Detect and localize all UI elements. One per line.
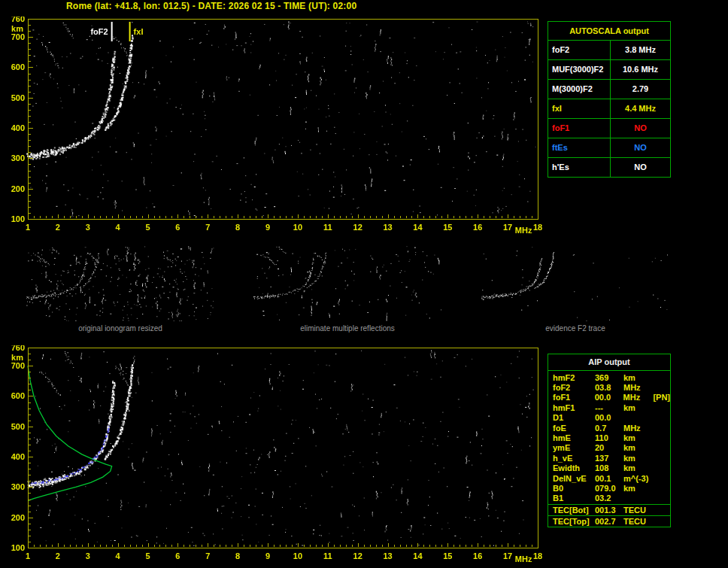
param-label: h'Es	[548, 158, 611, 177]
param-value: 00.1	[595, 474, 623, 483]
param-unit: km	[623, 403, 654, 412]
thumbnail-evidence-f2-trace	[481, 246, 669, 321]
param-value: 369	[595, 373, 623, 382]
param-value: 20	[595, 443, 623, 452]
param-label: TEC[Bot]	[553, 506, 595, 515]
param-value: 00.0	[595, 413, 623, 422]
param-value: NO	[611, 119, 670, 138]
param-label: hmF2	[553, 373, 595, 382]
table-row: ymE 20 km	[553, 443, 670, 453]
param-value: 002.7	[595, 517, 623, 526]
param-label: M(3000)F2	[548, 80, 611, 99]
param-unit: MHz	[623, 383, 654, 392]
table-row: D1 00.0	[553, 413, 670, 423]
table-row: foF2 3.8 MHz	[548, 41, 670, 60]
param-unit: TECU	[623, 517, 654, 526]
param-label: DelN_vE	[553, 474, 595, 483]
param-value: 110	[595, 433, 623, 442]
param-unit: km	[623, 373, 654, 382]
param-unit: km	[623, 433, 654, 442]
table-row: foF1 NO	[548, 119, 670, 138]
aip-output-table: AIP output hmF2 369 km foF2 03.8 MHz foF…	[548, 354, 671, 527]
param-label: B1	[553, 494, 595, 503]
param-label: TEC[Top]	[553, 517, 595, 526]
param-unit: km	[623, 443, 654, 452]
page-title: Rome (lat: +41.8, lon: 012.5) - DATE: 20…	[66, 1, 356, 11]
table-row: B1 03.2	[553, 494, 670, 503]
param-value: 03.2	[595, 494, 623, 503]
thumbnail-eliminate-reflections	[253, 246, 441, 321]
param-value: 0.7	[595, 424, 623, 433]
param-value: 001.3	[595, 506, 623, 515]
tec-bottom-row: TEC[Bot] 001.3 TECU	[548, 504, 670, 515]
param-value: 137	[595, 454, 623, 463]
aip-table-title: AIP output	[548, 354, 670, 371]
thumbnail-original-ionogram	[26, 246, 214, 321]
param-label: ftEs	[548, 138, 611, 157]
param-label: ymE	[553, 443, 595, 452]
table-row: hmE 110 km	[553, 433, 670, 442]
param-label: foF1	[548, 119, 611, 138]
table-row: foF2 03.8 MHz	[553, 382, 670, 392]
autoscala-table-title: AUTOSCALA output	[548, 22, 670, 41]
aip-table-body: hmF2 369 km foF2 03.8 MHz foF1 00.0 MHz …	[548, 371, 670, 504]
param-unit: MHz	[623, 424, 654, 433]
thumbnail-caption: evidence F2 trace	[481, 324, 669, 333]
tec-top-row: TEC[Top] 002.7 TECU	[548, 515, 670, 527]
thumbnail-caption: original ionogram resized	[26, 324, 214, 333]
thumbnail-caption: eliminate multiple reflections	[253, 324, 441, 333]
param-label: foF1	[553, 393, 595, 402]
param-value: NO	[611, 158, 670, 177]
table-row: h_vE 137 km	[553, 453, 670, 463]
param-note: [PN]	[653, 393, 670, 402]
param-value: 00.0	[595, 393, 623, 402]
autoscala-output-table: AUTOSCALA output foF2 3.8 MHz MUF(3000)F…	[548, 21, 671, 178]
param-value: 10.6 MHz	[611, 60, 670, 79]
param-label: hmE	[553, 433, 595, 442]
param-unit: m^(-3)	[623, 474, 654, 483]
param-unit: TECU	[623, 506, 654, 515]
top-ionogram-canvas	[0, 17, 544, 239]
table-row: hmF1 --- km	[553, 402, 670, 412]
table-row: DelN_vE 00.1 m^(-3)	[553, 473, 670, 483]
param-value: 079.0	[595, 484, 623, 493]
param-label: foF2	[548, 41, 611, 59]
param-value: ---	[595, 403, 623, 412]
table-row: M(3000)F2 2.79	[548, 80, 670, 99]
table-row: ftEs NO	[548, 138, 670, 158]
param-label: foE	[553, 424, 595, 433]
param-label: MUF(3000)F2	[548, 60, 611, 79]
table-row: foF1 00.0 MHz [PN]	[553, 393, 670, 402]
table-row: foE 0.7 MHz	[553, 423, 670, 433]
param-label: D1	[553, 413, 595, 422]
table-row: B0 079.0 km	[553, 483, 670, 493]
table-row: h'Es NO	[548, 158, 670, 177]
param-unit: km	[623, 463, 654, 472]
bottom-ionogram-canvas	[0, 345, 544, 568]
param-value: 4.4 MHz	[611, 99, 670, 118]
param-label: fxI	[548, 99, 611, 118]
param-label: B0	[553, 484, 595, 493]
param-unit: km	[623, 454, 654, 463]
param-label: Ewidth	[553, 463, 595, 472]
param-value: 03.8	[595, 383, 623, 392]
table-row: MUF(3000)F2 10.6 MHz	[548, 60, 670, 80]
table-row: hmF2 369 km	[553, 372, 670, 382]
autoscala-app-screen: Rome (lat: +41.8, lon: 012.5) - DATE: 20…	[0, 0, 728, 568]
param-label: hmF1	[553, 403, 595, 412]
param-label: foF2	[553, 383, 595, 392]
table-row: fxI 4.4 MHz	[548, 99, 670, 119]
param-value: 3.8 MHz	[611, 41, 670, 59]
param-unit: MHz	[623, 393, 654, 402]
table-row: Ewidth 108 km	[553, 463, 670, 473]
param-value: 2.79	[611, 80, 670, 99]
param-unit: km	[623, 484, 654, 493]
param-value: 108	[595, 463, 623, 472]
param-value: NO	[611, 138, 670, 157]
param-label: h_vE	[553, 454, 595, 463]
